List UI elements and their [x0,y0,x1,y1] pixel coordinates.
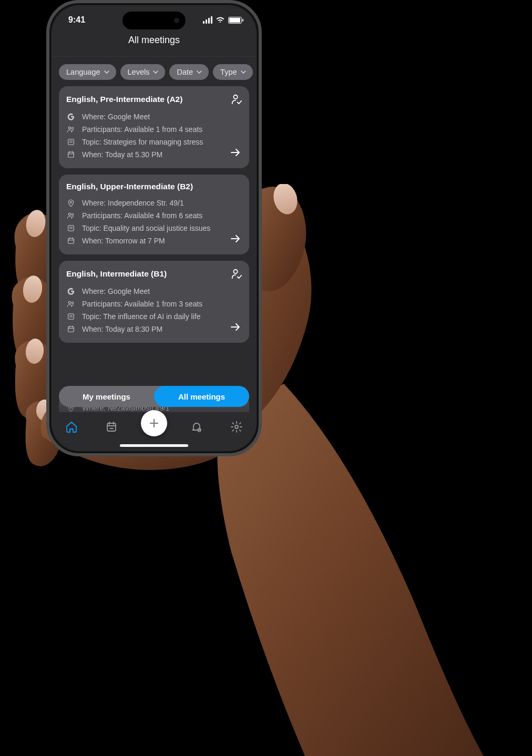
svg-point-11 [68,213,70,215]
meeting-topic: Topic: Equality and social justice issue… [82,224,210,232]
meeting-topic: Topic: Strategies for managing stress [82,138,203,146]
meeting-card[interactable]: English, Pre-Intermediate (A2) Where: Go… [59,86,249,168]
meeting-participants: Participants: Available 1 from 3 seats [82,300,202,308]
meeting-participants: Participants: Available 1 from 4 seats [82,125,202,134]
svg-rect-9 [68,152,74,157]
svg-rect-13 [68,226,74,231]
dynamic-island [122,12,186,29]
filter-language[interactable]: Language [59,64,116,80]
chevron-down-icon [240,69,247,75]
phone-switch [46,79,48,95]
svg-point-6 [68,127,70,129]
topic-icon [66,138,76,146]
meeting-card[interactable]: English, Intermediate (B1) Where: Google… [59,261,249,343]
phone-volume-up [46,111,48,141]
home-icon [65,421,78,433]
open-meeting-button[interactable] [229,232,242,247]
svg-point-24 [235,425,238,428]
meeting-when: When: Tomorrow at 7 PM [82,237,165,245]
create-meeting-button[interactable] [141,410,167,436]
meeting-where: Where: Google Meet [82,113,150,121]
svg-point-17 [71,302,73,303]
status-time: 9:41 [68,15,85,25]
svg-rect-22 [107,423,116,431]
person-check-icon [230,268,242,280]
plus-icon [148,417,160,430]
calendar-icon [66,150,76,159]
meeting-topic: Topic: The influence of AI in daily life [82,312,200,321]
cellular-icon [203,16,212,24]
tab-my-meetings[interactable]: My meetings [59,386,154,407]
svg-rect-8 [68,139,74,145]
arrow-right-icon [229,146,242,159]
filter-bar: Language Levels Date Type [52,57,257,86]
battery-icon [228,17,242,24]
svg-point-2 [22,274,44,304]
meeting-when: When: Today at 5.30 PM [82,150,162,159]
tab-all-meetings[interactable]: All meetings [154,386,249,407]
meeting-title: English, Pre-Intermediate (A2) [66,95,182,104]
arrow-right-icon [229,321,242,333]
arrow-right-icon [229,232,242,245]
svg-point-7 [71,127,73,129]
page-title: All meetings [128,35,180,46]
svg-rect-19 [68,326,74,332]
filter-label: Date [177,68,193,76]
svg-rect-18 [68,314,74,320]
meeting-where: Where: Google Meet [82,287,150,295]
chevron-down-icon [196,69,202,75]
meeting-title: English, Upper-Intermediate (B2) [66,182,193,191]
calendar-icon [66,325,76,333]
google-icon [66,287,76,295]
nav-notifications[interactable] [186,416,207,437]
svg-point-5 [233,95,237,99]
svg-point-10 [70,201,71,203]
svg-point-15 [233,270,237,273]
svg-point-16 [68,301,70,303]
person-check-icon [230,94,242,105]
chevron-down-icon [104,69,110,75]
topic-icon [66,224,76,232]
svg-point-0 [270,184,301,217]
home-indicator[interactable] [120,444,188,447]
svg-point-12 [71,213,73,215]
page-title-bar: All meetings [52,35,257,57]
calendar-icon [105,421,118,433]
filter-levels[interactable]: Levels [120,64,166,80]
topic-icon [66,312,76,321]
meeting-participants: Participants: Available 4 from 6 seats [82,211,202,220]
nav-home[interactable] [61,416,82,437]
users-icon [66,300,76,308]
open-meeting-button[interactable] [229,146,242,161]
bell-icon [190,421,203,433]
svg-point-1 [24,208,47,238]
meeting-where: Where: Independence Str. 49/1 [82,199,184,207]
phone-power [260,121,262,169]
phone-volume-down [46,148,48,178]
filter-label: Language [66,68,100,76]
calendar-icon [66,237,76,245]
meeting-card[interactable]: English, Upper-Intermediate (B2) Where: … [59,175,249,254]
screen: 9:41 All meetings Language Levels Date [52,5,257,451]
nav-settings[interactable] [226,416,247,437]
phone-frame: 9:41 All meetings Language Levels Date [46,0,262,456]
google-icon [66,113,76,121]
filter-date[interactable]: Date [169,64,209,80]
open-meeting-button[interactable] [229,321,242,335]
location-icon [66,199,76,207]
filter-label: Type [220,68,237,76]
svg-rect-14 [68,238,74,243]
view-toggle: My meetings All meetings [59,386,249,407]
users-icon [66,125,76,134]
filter-type[interactable]: Type [213,64,252,80]
meeting-title: English, Intermediate (B1) [66,269,167,279]
users-icon [66,211,76,220]
meeting-when: When: Today at 8:30 PM [82,325,162,333]
svg-point-3 [25,338,45,364]
nav-calendar[interactable] [101,416,122,437]
filter-label: Levels [128,68,150,76]
gear-icon [230,421,243,433]
chevron-down-icon [152,69,159,75]
wifi-icon [216,16,225,24]
